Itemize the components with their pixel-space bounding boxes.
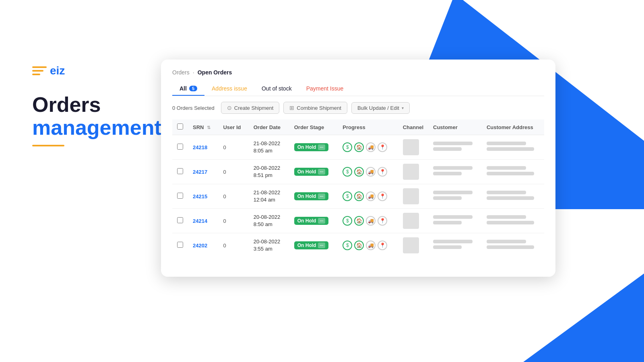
tab-all[interactable]: All 5 [172,82,204,96]
customer-name-line1-24214 [433,215,473,219]
stage-options-24202[interactable]: ··· [318,243,325,248]
srn-link-24214[interactable]: 24214 [193,218,207,224]
address-line1-24217 [487,166,526,170]
row-address-24202 [482,233,544,258]
th-customer-address: Customer Address [482,119,544,135]
row-checkbox-24217[interactable] [177,168,183,174]
row-srn-24218: 24218 [188,135,218,160]
prog-store-24215: 🏠 [354,191,364,201]
select-all-checkbox[interactable] [177,123,183,130]
badge-onhold-24218: On Hold ··· [294,143,328,151]
tab-all-badge: 5 [189,86,197,91]
address-line2-24214 [487,221,534,224]
logo-bar-1 [32,66,47,68]
stage-options-24214[interactable]: ··· [318,218,325,224]
brand-area: eiz Orders management [32,64,161,146]
main-panel: Orders · Open Orders All 5 Address issue… [161,60,555,277]
badge-onhold-24217: On Hold ··· [294,168,328,176]
prog-ship-24202: 🚚 [366,241,376,250]
th-order-stage: Order Stage [289,119,338,135]
progress-icons-24217: $ 🏠 🚚 📍 [343,167,393,177]
customer-name-line2-24215 [433,196,462,200]
address-line1-24202 [487,240,526,243]
breadcrumb-parent[interactable]: Orders [172,69,190,76]
row-userid-24214: 0 [218,209,248,233]
tabs-container: All 5 Address issue Out of stock Payment… [172,82,544,96]
prog-store-24202: 🏠 [354,241,364,250]
badge-onhold-24202: On Hold ··· [294,241,328,249]
srn-link-24202[interactable]: 24202 [193,243,207,249]
table-header-row: SRN ⇅ User Id Order Date Order Stage [172,119,544,135]
srn-link-24218[interactable]: 24218 [193,144,207,150]
brand-underline [32,145,64,146]
stage-options-24217[interactable]: ··· [318,169,325,175]
row-srn-24214: 24214 [188,209,218,233]
row-channel-24202 [398,233,428,258]
th-order-date: Order Date [249,119,289,135]
badge-onhold-24214: On Hold ··· [294,217,328,225]
prog-ship-24214: 🚚 [366,216,376,226]
channel-img-24214 [403,213,419,229]
tab-out-of-stock-label: Out of stock [262,85,292,92]
row-progress-24202: $ 🏠 🚚 📍 [338,233,398,258]
tab-payment-issue[interactable]: Payment Issue [299,82,351,96]
logo-text: eiz [50,64,65,77]
row-checkbox-24215[interactable] [177,193,183,199]
bg-shape-bottom-right [523,274,644,362]
stage-options-24215[interactable]: ··· [318,193,325,199]
bulk-update-chevron-icon: ▾ [402,106,404,110]
prog-store-24218: 🏠 [354,142,364,152]
bulk-update-button[interactable]: Bulk Update / Edit ▾ [351,102,410,114]
tab-payment-issue-label: Payment Issue [306,85,344,92]
row-stage-24214: On Hold ··· [289,209,338,233]
progress-icons-24215: $ 🏠 🚚 📍 [343,191,393,201]
row-channel-24217 [398,160,428,184]
tab-all-label: All [180,85,187,92]
tab-out-of-stock[interactable]: Out of stock [254,82,299,96]
orders-selected-label: 0 Orders Selected [172,105,215,111]
row-srn-24202: 24202 [188,233,218,258]
prog-payment-24217: $ [343,167,352,177]
row-userid-24202: 0 [218,233,248,258]
row-userid-24217: 0 [218,160,248,184]
row-stage-24217: On Hold ··· [289,160,338,184]
srn-link-24217[interactable]: 24217 [193,169,207,175]
row-checkbox-cell [172,135,188,160]
row-customer-24218 [428,135,482,160]
table-row: 24218 0 21-08-20228:05 am On Hold ··· $ … [172,135,544,160]
address-line1-24214 [487,215,526,219]
row-checkbox-cell [172,233,188,258]
prog-store-24217: 🏠 [354,167,364,177]
stage-options-24218[interactable]: ··· [318,144,325,150]
combine-shipment-button[interactable]: ⊞ Combine Shipment [283,102,347,114]
th-progress: Progress [338,119,398,135]
prog-loc-24214: 📍 [378,216,387,226]
th-checkbox [172,119,188,135]
row-channel-24214 [398,209,428,233]
logo: eiz [32,64,161,77]
create-shipment-label: Create Shipment [234,105,274,111]
create-shipment-icon: ⊙ [227,105,232,111]
row-userid-24215: 0 [218,184,248,209]
logo-bar-3 [32,74,40,75]
row-checkbox-24202[interactable] [177,242,183,248]
channel-img-24217 [403,164,419,180]
channel-img-24202 [403,237,419,253]
customer-name-line1-24217 [433,166,473,170]
row-customer-24202 [428,233,482,258]
srn-link-24215[interactable]: 24215 [193,193,207,200]
customer-name-line1-24202 [433,240,473,243]
table-row: 24217 0 20-08-20228:51 pm On Hold ··· $ … [172,160,544,184]
orders-table-wrap: SRN ⇅ User Id Order Date Order Stage [172,119,544,257]
breadcrumb-separator: · [193,69,194,76]
tab-address-issue[interactable]: Address issue [204,82,254,96]
row-checkbox-24214[interactable] [177,217,183,223]
prog-ship-24215: 🚚 [366,191,376,201]
create-shipment-button[interactable]: ⊙ Create Shipment [221,102,280,114]
srn-sort-icon[interactable]: ⇅ [207,125,211,130]
table-row: 24214 0 20-08-20228:50 am On Hold ··· $ … [172,209,544,233]
prog-loc-24215: 📍 [378,191,387,201]
row-checkbox-24218[interactable] [177,144,183,150]
prog-loc-24217: 📍 [378,167,387,177]
prog-loc-24218: 📍 [378,142,387,152]
